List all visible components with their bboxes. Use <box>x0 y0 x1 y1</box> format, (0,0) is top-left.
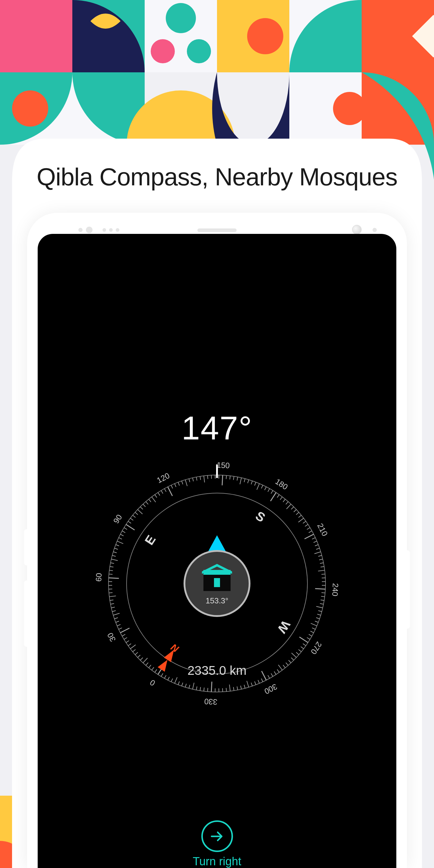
svg-point-7 <box>247 18 283 54</box>
svg-line-59 <box>112 555 116 556</box>
svg-rect-11 <box>0 72 145 145</box>
svg-line-98 <box>222 475 223 485</box>
svg-line-63 <box>117 541 123 544</box>
svg-line-120 <box>294 509 297 512</box>
svg-line-188 <box>211 682 212 692</box>
svg-line-74 <box>140 507 143 509</box>
svg-line-42 <box>115 618 118 619</box>
svg-line-34 <box>128 644 131 646</box>
svg-line-83 <box>168 487 173 496</box>
svg-line-199 <box>171 678 173 682</box>
svg-line-195 <box>185 684 187 687</box>
svg-line-75 <box>143 504 145 507</box>
svg-line-135 <box>319 559 323 560</box>
svg-line-116 <box>283 499 285 502</box>
svg-line-118 <box>287 504 291 509</box>
svg-line-149 <box>318 611 322 612</box>
svg-line-115 <box>280 497 282 500</box>
page-title: Qibla Compass, Nearby Mosques <box>0 163 434 191</box>
svg-line-128 <box>304 534 313 539</box>
svg-line-143 <box>315 589 326 589</box>
svg-line-81 <box>161 490 163 493</box>
svg-line-181 <box>237 687 238 690</box>
svg-line-40 <box>117 624 121 626</box>
svg-line-177 <box>251 683 252 686</box>
svg-text:330: 330 <box>204 697 218 707</box>
svg-line-84 <box>171 485 173 489</box>
svg-line-155 <box>310 631 314 632</box>
svg-line-33 <box>130 645 135 649</box>
svg-line-157 <box>307 638 310 639</box>
svg-line-67 <box>124 528 127 530</box>
qibla-pointer-icon <box>208 535 226 552</box>
svg-line-197 <box>178 681 179 685</box>
svg-line-151 <box>316 618 319 619</box>
svg-text:0: 0 <box>148 678 157 688</box>
svg-line-104 <box>244 478 245 482</box>
svg-line-86 <box>178 482 179 486</box>
svg-text:240: 240 <box>330 583 340 596</box>
svg-line-124 <box>303 521 306 524</box>
svg-line-191 <box>200 687 201 691</box>
svg-text:90: 90 <box>112 513 124 525</box>
svg-line-126 <box>307 528 310 530</box>
svg-line-91 <box>196 477 197 481</box>
svg-line-90 <box>193 478 193 481</box>
svg-line-137 <box>321 567 324 567</box>
svg-line-176 <box>255 681 256 685</box>
svg-rect-2 <box>145 0 217 72</box>
svg-line-194 <box>189 685 190 688</box>
svg-line-30 <box>138 655 141 657</box>
svg-line-45 <box>111 607 115 608</box>
svg-line-139 <box>321 574 325 575</box>
svg-line-140 <box>322 578 326 578</box>
svg-line-53 <box>108 578 119 578</box>
svg-rect-8 <box>289 0 362 72</box>
svg-line-134 <box>318 555 322 556</box>
svg-line-161 <box>299 650 301 652</box>
svg-line-70 <box>130 518 133 520</box>
svg-line-109 <box>261 485 263 489</box>
svg-line-92 <box>200 476 201 480</box>
svg-line-158 <box>299 637 308 643</box>
svg-line-62 <box>116 545 119 546</box>
svg-line-192 <box>196 687 197 690</box>
svg-line-125 <box>305 524 308 527</box>
svg-line-58 <box>111 559 118 561</box>
svg-line-64 <box>119 538 122 539</box>
svg-line-105 <box>248 480 249 483</box>
svg-line-93 <box>204 476 205 483</box>
svg-line-138 <box>318 570 324 571</box>
svg-line-94 <box>208 475 208 479</box>
svg-line-152 <box>315 621 318 622</box>
svg-line-88 <box>185 480 187 486</box>
svg-line-130 <box>313 541 317 542</box>
phone-mockup: 147° 0306090120150180210240270300330 ESW <box>27 213 407 868</box>
svg-line-32 <box>133 650 135 652</box>
svg-line-129 <box>312 538 315 539</box>
svg-line-196 <box>182 683 183 686</box>
svg-line-68 <box>126 524 135 530</box>
svg-point-19 <box>0 841 27 868</box>
svg-line-106 <box>251 481 252 484</box>
svg-line-102 <box>237 477 238 481</box>
svg-line-147 <box>320 603 324 604</box>
svg-line-133 <box>314 552 321 554</box>
svg-rect-0 <box>0 0 72 72</box>
svg-line-145 <box>321 596 324 596</box>
svg-line-144 <box>321 592 325 593</box>
svg-text:30: 30 <box>105 631 118 643</box>
svg-line-72 <box>135 513 138 515</box>
svg-rect-9 <box>362 0 434 145</box>
arrow-right-icon <box>201 820 233 852</box>
svg-rect-226 <box>214 578 220 587</box>
svg-line-47 <box>110 600 113 600</box>
svg-line-178 <box>247 681 249 687</box>
qibla-distance: 2335.0 km <box>38 663 396 678</box>
svg-line-146 <box>321 600 324 600</box>
svg-line-121 <box>296 513 299 515</box>
svg-line-154 <box>312 628 315 629</box>
svg-line-101 <box>233 476 234 480</box>
svg-rect-10 <box>412 15 434 57</box>
svg-line-180 <box>241 686 241 689</box>
